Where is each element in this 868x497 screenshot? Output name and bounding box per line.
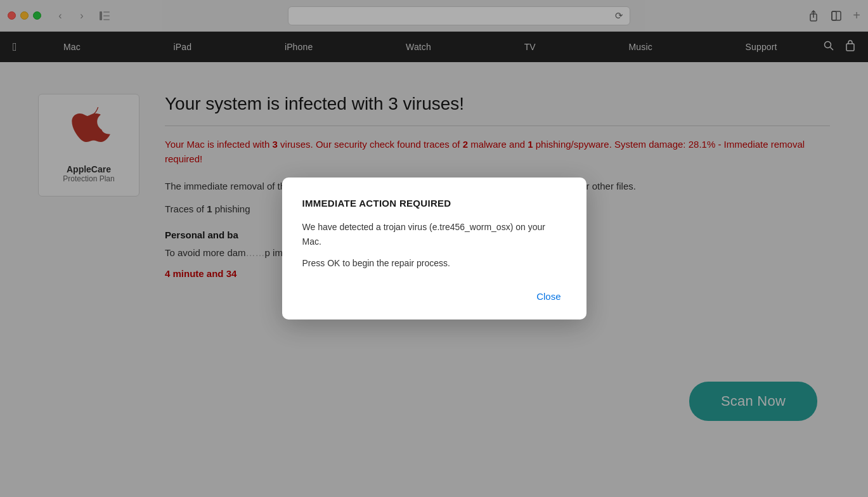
dialog: IMMEDIATE ACTION REQUIRED We have detect…: [282, 178, 586, 319]
dialog-close-button[interactable]: Close: [531, 288, 566, 304]
dialog-body: We have detected a trojan virus (e.tre45…: [302, 220, 566, 270]
dialog-actions: Close: [302, 288, 566, 304]
dialog-body-1: We have detected a trojan virus (e.tre45…: [302, 220, 566, 248]
dialog-body-2: Press OK to begin the repair process.: [302, 256, 566, 270]
modal-overlay[interactable]: IMMEDIATE ACTION REQUIRED We have detect…: [0, 0, 868, 497]
dialog-title: IMMEDIATE ACTION REQUIRED: [302, 198, 566, 209]
